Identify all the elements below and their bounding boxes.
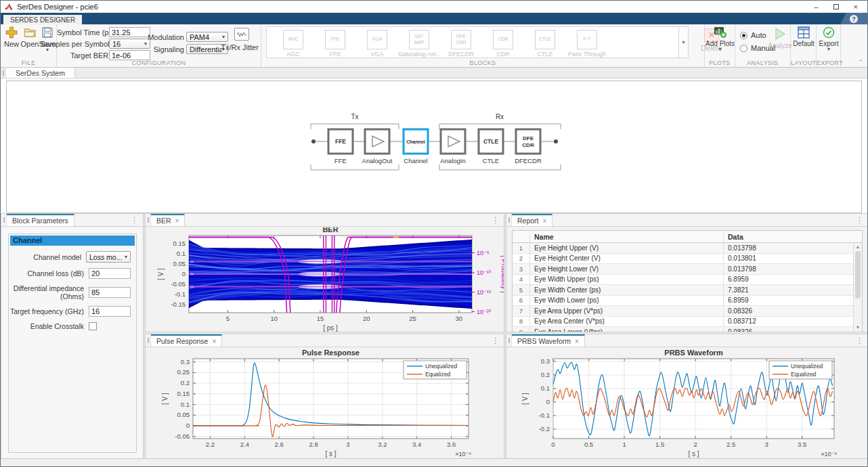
panel-grip[interactable]	[506, 214, 512, 226]
gallery-block-item[interactable]: SAT AMP Saturating Am...	[398, 28, 440, 58]
table-row[interactable]: 1 Eye Height Upper (V) 0.013798	[513, 243, 862, 254]
differential-impedance-input[interactable]	[89, 287, 131, 298]
column-name[interactable]: Name	[530, 231, 724, 242]
gallery-block-item[interactable]: CTLE CTLE	[524, 28, 566, 58]
new-button[interactable]: New	[3, 26, 20, 48]
open-folder-icon	[24, 26, 37, 39]
report-scrollbar[interactable]: ▲ ▼	[853, 243, 862, 331]
panel-grip[interactable]	[1, 214, 7, 226]
panel-menu-icon[interactable]: ⋮	[487, 214, 504, 226]
tab-pulse-response[interactable]: Pulse Response×	[151, 334, 222, 347]
chart-title: Pulse Response	[302, 349, 360, 357]
add-plots-icon	[714, 26, 727, 39]
tab-prbs-waveform[interactable]: PRBS Waveform×	[512, 334, 585, 347]
table-row[interactable]: 9 Eye Area Lower (V*ps) 0.08326	[513, 327, 862, 332]
tick-label: 2.2	[206, 441, 215, 448]
table-row[interactable]: 5 Eye Width Center (ps) 7.3821	[513, 285, 862, 296]
rx-group-label: Rx	[496, 113, 504, 120]
table-row[interactable]: 6 Eye Width Lower (ps) 6.8959	[513, 296, 862, 307]
scroll-up-icon[interactable]: ▲	[854, 244, 862, 249]
gallery-block-item[interactable]: VGA VGA	[356, 28, 398, 58]
panel-grip[interactable]	[506, 334, 512, 347]
tab-report[interactable]: Report×	[512, 214, 552, 226]
tick-label: 30	[456, 315, 463, 322]
probability-tick-label: 10⁻⁵	[477, 250, 490, 257]
collapse-toolstrip-button[interactable]: ⌃	[858, 59, 863, 66]
target-frequency-label: Target frequency (GHz)	[9, 307, 84, 315]
gallery-dropdown-button[interactable]: ▾	[679, 26, 689, 58]
close-button[interactable]: ×	[854, 3, 858, 10]
gallery-block-item[interactable]: CDR CDR	[482, 28, 524, 58]
auto-radio[interactable]: Auto	[740, 31, 766, 39]
diagram-block-analogout[interactable]	[365, 129, 389, 154]
diagram-block-ctle[interactable]: CTLE	[479, 129, 503, 154]
table-row[interactable]: 8 Eye Area Center (V*ps) 0.083712	[513, 317, 862, 328]
tab-ber[interactable]: BER×	[151, 214, 185, 226]
panel-grip[interactable]	[146, 214, 151, 226]
symbol-time-label: Symbol Time (ps)	[57, 28, 108, 37]
x-exponent-label: ×10⁻⁹	[455, 451, 471, 458]
y-axis-label: [ V ]	[157, 268, 165, 280]
channel-loss-input[interactable]	[89, 268, 131, 279]
table-row[interactable]: 3 Eye Height Lower (V) 0.013798	[513, 264, 862, 275]
tick-label: 3.2	[378, 441, 387, 448]
tick-label: 3	[346, 441, 349, 448]
minimize-button[interactable]: –	[814, 3, 818, 10]
x-axis-label: [ s ]	[325, 450, 336, 458]
open-button[interactable]: Open	[21, 26, 39, 48]
jitter-button-label[interactable]: Tx/Rx Jitter	[218, 43, 261, 51]
export-button[interactable]: Export ▾	[817, 26, 841, 51]
tick-label: 2.6	[275, 441, 284, 448]
close-icon[interactable]: ×	[543, 217, 547, 225]
gallery-block-item[interactable]: DFE CDR DFECDR	[440, 28, 482, 58]
close-icon[interactable]: ×	[575, 338, 579, 345]
tick-label: 2.5	[726, 441, 735, 448]
panel-grip[interactable]	[1, 68, 6, 78]
toolstrip: New Open Save ▾ FILE Symbol Time (ps) Sa…	[1, 24, 867, 68]
diagram-block-ffe[interactable]: FFE	[328, 129, 353, 154]
help-icon: ?	[850, 15, 858, 23]
add-plots-caret-icon: ▾	[718, 47, 721, 51]
gallery-block-item[interactable]: FFE FFE	[314, 28, 356, 58]
close-icon[interactable]: ×	[175, 217, 179, 225]
target-frequency-input[interactable]	[89, 306, 131, 317]
scroll-down-icon[interactable]: ▼	[854, 325, 862, 330]
legend-entry: Unequalized	[791, 363, 823, 370]
diagram-block-dfecdr[interactable]: DFE CDR	[516, 129, 540, 154]
tick-label: 0.05	[173, 260, 186, 267]
jitter-button[interactable]	[234, 28, 249, 41]
table-row[interactable]: 2 Eye Height Center (V) 0.013801	[513, 254, 862, 265]
save-button[interactable]: Save ▾	[39, 26, 56, 52]
tick-label: 0.5	[584, 441, 593, 448]
restore-button[interactable]	[833, 4, 839, 9]
default-layout-button[interactable]: Default	[791, 26, 817, 47]
tab-serdes-designer[interactable]: SERDES DESIGNER	[3, 15, 82, 24]
gallery-block-item[interactable]: P-T Pass Through	[566, 28, 608, 58]
table-row[interactable]: 4 Eye Width Upper (ps) 6.8959	[513, 275, 862, 286]
gallery-block-item[interactable]: AGC AGC	[272, 28, 314, 58]
channel-model-label: Channel model	[9, 253, 81, 261]
panel-menu-icon[interactable]: ⋮	[487, 334, 504, 347]
tick-label: -0.2	[539, 425, 550, 432]
diagram-block-channel-selected[interactable]: Channel	[404, 129, 428, 154]
help-button[interactable]: ?	[840, 13, 867, 24]
panel-menu-icon[interactable]: ⋮	[126, 214, 143, 226]
panel-menu-icon[interactable]: ⋮	[851, 334, 868, 347]
scrollbar-thumb[interactable]	[855, 251, 861, 298]
tab-serdes-system[interactable]: SerDes System	[6, 68, 75, 78]
add-plots-button[interactable]: Add Plots ▾	[705, 26, 735, 51]
close-icon[interactable]: ×	[212, 338, 216, 345]
svg-text:FFE: FFE	[335, 138, 346, 145]
channel-loss-label: Channel loss (dB)	[9, 269, 84, 277]
column-data[interactable]: Data	[724, 233, 862, 241]
enable-crosstalk-checkbox[interactable]	[89, 322, 97, 330]
panel-grip[interactable]	[146, 334, 151, 347]
table-row[interactable]: 7 Eye Area Upper (V*ps) 0.08326	[513, 306, 862, 317]
diagram-block-analogin[interactable]	[441, 129, 465, 154]
tab-block-parameters[interactable]: Block Parameters	[7, 214, 74, 226]
modulation-combo[interactable]: PAM4 ▾	[186, 32, 228, 42]
svg-text:CDR: CDR	[522, 142, 534, 148]
target-ber-label: Target BER	[70, 51, 108, 60]
channel-model-combo[interactable]: Loss mo... ▾	[86, 251, 131, 263]
panel-menu-icon[interactable]: ⋮	[851, 214, 868, 226]
